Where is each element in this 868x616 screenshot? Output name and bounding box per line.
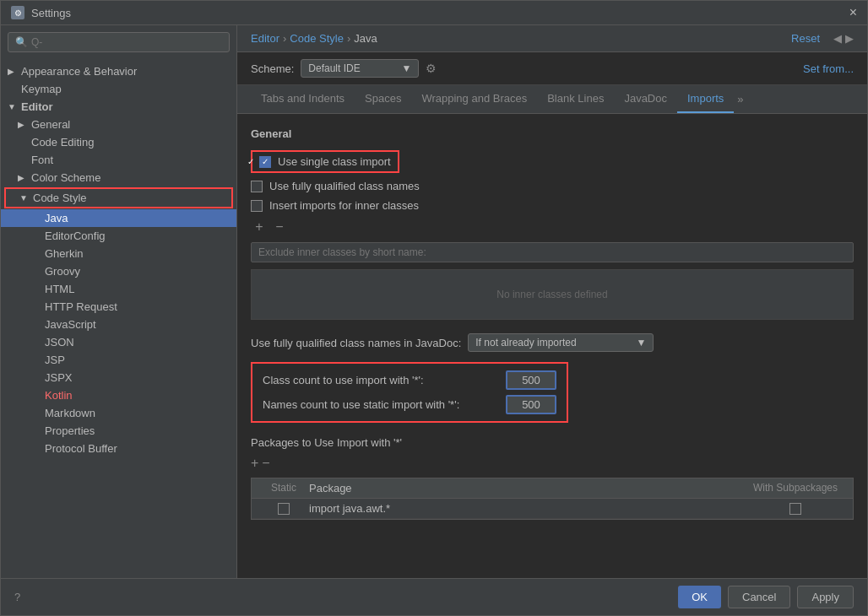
names-count-label: Names count to use static import with '*… <box>263 398 499 411</box>
tab-spaces[interactable]: Spaces <box>355 85 411 113</box>
tab-tabs-indents[interactable]: Tabs and Indents <box>251 85 355 113</box>
use-single-class-checkbox[interactable] <box>259 156 271 168</box>
inner-classes-box: No inner classes defined <box>251 269 854 320</box>
sidebar-item-http-request[interactable]: HTTP Request <box>1 298 236 316</box>
tab-javadoc[interactable]: JavaDoc <box>614 85 677 113</box>
help-button[interactable]: ? <box>14 591 20 603</box>
sidebar-item-gherkin[interactable]: Gherkin <box>1 245 236 262</box>
packages-label: Packages to Use Import with '*' <box>251 436 854 449</box>
sidebar-item-label: Appearance & Behavior <box>21 65 137 78</box>
sidebar-item-label: Gherkin <box>45 247 84 260</box>
class-count-input[interactable] <box>506 370 556 390</box>
sidebar-item-label: JSPX <box>45 371 73 384</box>
scheme-value: Default IDE <box>308 62 360 74</box>
apply-button[interactable]: Apply <box>797 586 854 608</box>
sidebar-item-label: JavaScript <box>45 318 96 331</box>
search-input[interactable] <box>31 36 222 48</box>
sidebar-item-html[interactable]: HTML <box>1 280 236 298</box>
use-fully-qualified-row: Use fully qualified class names <box>251 180 854 192</box>
ok-button[interactable]: OK <box>678 586 721 608</box>
sidebar-item-code-style[interactable]: ▼ Code Style <box>4 187 233 208</box>
subpackages-checkbox-cell <box>745 503 846 515</box>
breadcrumb-code-style[interactable]: Code Style <box>290 32 344 45</box>
cancel-button[interactable]: Cancel <box>728 586 790 608</box>
sidebar-item-label: Groovy <box>45 265 80 278</box>
sidebar-item-label: Font <box>31 154 53 166</box>
search-icon: 🔍 <box>15 36 28 48</box>
sidebar-item-label: Editor <box>21 100 53 113</box>
tab-more-icon[interactable]: » <box>734 86 746 112</box>
arrow-icon: ▶ <box>18 173 28 182</box>
set-from-button[interactable]: Set from... <box>803 62 854 75</box>
sidebar-item-kotlin[interactable]: Kotlin <box>1 386 236 404</box>
sidebar-item-jsp[interactable]: JSP <box>1 351 236 369</box>
forward-arrow-icon[interactable]: ▶ <box>845 32 854 45</box>
sidebar-item-keymap[interactable]: Keymap <box>1 80 236 98</box>
scheme-label: Scheme: <box>251 62 294 75</box>
sidebar-item-label: Markdown <box>45 407 95 419</box>
remove-exclude-button[interactable]: − <box>271 219 288 235</box>
use-fully-qualified-checkbox[interactable] <box>251 181 263 192</box>
arrow-icon: ▼ <box>8 102 18 111</box>
javadoc-label: Use fully qualified class names in JavaD… <box>251 337 461 349</box>
inner-classes-empty-label: No inner classes defined <box>496 289 607 300</box>
breadcrumb-bar: Editor › Code Style › Java Reset ◀ ▶ <box>237 25 867 52</box>
sidebar-item-code-editing[interactable]: Code Editing <box>1 133 236 151</box>
sidebar-item-label: Properties <box>45 424 95 437</box>
window-title: Settings <box>31 7 71 19</box>
names-count-input[interactable] <box>506 395 556 414</box>
sidebar-item-javascript[interactable]: JavaScript <box>1 316 236 333</box>
gear-icon[interactable]: ⚙ <box>426 62 437 75</box>
arrow-icon: ▼ <box>19 193 30 203</box>
sidebar-item-java[interactable]: Java <box>1 209 236 227</box>
sidebar-item-label: Code Editing <box>31 136 94 149</box>
exclude-input[interactable] <box>251 242 854 262</box>
subpackages-checkbox[interactable] <box>789 503 801 515</box>
tab-blank-lines[interactable]: Blank Lines <box>537 85 614 113</box>
sidebar-item-appearance[interactable]: ▶ Appearance & Behavior <box>1 62 236 80</box>
general-section-title: General <box>251 127 854 140</box>
javadoc-option: If not already imported <box>475 337 576 349</box>
sidebar-item-protocol-buffer[interactable]: Protocol Buffer <box>1 440 236 457</box>
remove-package-button[interactable]: − <box>262 456 269 471</box>
sidebar-item-label: EditorConfig <box>45 230 106 242</box>
add-exclude-button[interactable]: + <box>251 219 268 235</box>
sidebar-item-font[interactable]: Font <box>1 151 236 169</box>
scheme-dropdown[interactable]: Default IDE ▼ <box>301 59 419 78</box>
sidebar: 🔍 ▶ Appearance & Behavior Keymap ▼ Edito… <box>1 25 237 578</box>
tab-imports[interactable]: Imports <box>677 85 734 113</box>
sidebar-item-markdown[interactable]: Markdown <box>1 404 236 422</box>
sidebar-item-editorconfig[interactable]: EditorConfig <box>1 227 236 245</box>
reset-button[interactable]: Reset <box>791 32 820 45</box>
sidebar-item-color-scheme[interactable]: ▶ Color Scheme <box>1 169 236 186</box>
main-content: 🔍 ▶ Appearance & Behavior Keymap ▼ Edito… <box>1 25 867 578</box>
sidebar-item-json[interactable]: JSON <box>1 333 236 351</box>
sidebar-item-editor[interactable]: ▼ Editor <box>1 98 236 116</box>
packages-toolbar: + − <box>251 456 854 471</box>
insert-imports-label: Insert imports for inner classes <box>269 199 419 212</box>
package-name: import java.awt.* <box>309 502 745 515</box>
panel-content: General ✓ Use single class import Use fu… <box>237 114 867 578</box>
sidebar-item-general[interactable]: ▶ General <box>1 116 236 133</box>
use-fully-qualified-label: Use fully qualified class names <box>269 180 420 192</box>
back-arrow-icon[interactable]: ◀ <box>833 32 842 45</box>
tab-wrapping-braces[interactable]: Wrapping and Braces <box>411 85 537 113</box>
main-panel: Editor › Code Style › Java Reset ◀ ▶ <box>237 25 867 578</box>
breadcrumb-editor[interactable]: Editor <box>251 32 279 45</box>
javadoc-dropdown[interactable]: If not already imported ▼ <box>468 333 654 352</box>
add-package-button[interactable]: + <box>251 456 258 471</box>
sidebar-item-groovy[interactable]: Groovy <box>1 262 236 280</box>
use-single-class-label: Use single class import <box>278 155 391 168</box>
use-single-class-row: ✓ Use single class import <box>251 150 399 173</box>
close-button[interactable]: × <box>849 6 857 19</box>
scheme-left: Scheme: Default IDE ▼ ⚙ <box>251 59 437 78</box>
sidebar-item-jspx[interactable]: JSPX <box>1 369 236 386</box>
sidebar-item-label: Protocol Buffer <box>45 442 117 455</box>
static-checkbox[interactable] <box>278 503 290 515</box>
insert-imports-checkbox[interactable] <box>251 200 263 212</box>
sidebar-item-properties[interactable]: Properties <box>1 422 236 440</box>
search-box[interactable]: 🔍 <box>8 32 230 52</box>
col-static: Static <box>258 482 309 494</box>
plus-minus-toolbar: + − <box>251 219 854 235</box>
packages-table-header: Static Package With Subpackages <box>252 478 853 499</box>
